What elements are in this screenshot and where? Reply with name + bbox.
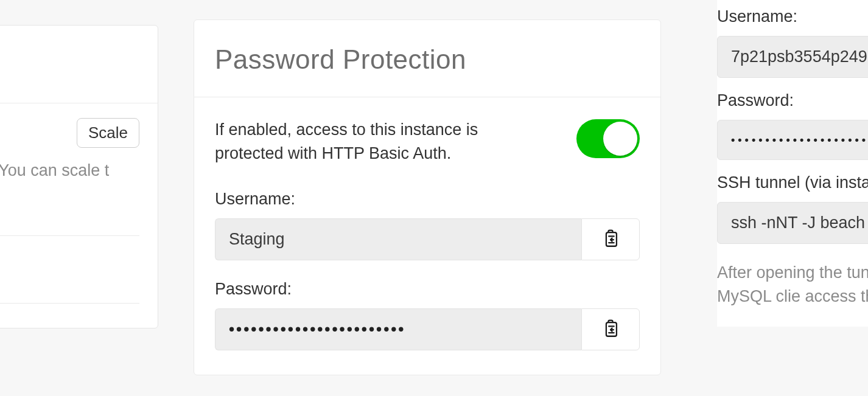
copy-username-button[interactable] bbox=[581, 218, 640, 260]
password-label: Password: bbox=[215, 280, 640, 299]
copy-password-button[interactable] bbox=[581, 308, 640, 350]
password-protection-card: Password Protection If enabled, access t… bbox=[194, 19, 661, 375]
username-label: Username: bbox=[215, 190, 640, 209]
password-protection-toggle[interactable] bbox=[576, 119, 640, 158]
right-panel: Username: 7p21psb3554p249 Password: ••••… bbox=[717, 0, 868, 327]
left-description: run in parallel to bility. You can scale… bbox=[0, 159, 139, 206]
right-note: After opening the tunn using any MySQL c… bbox=[717, 261, 868, 308]
left-divider-2 bbox=[0, 303, 139, 304]
scale-button[interactable]: Scale bbox=[77, 118, 139, 148]
left-panel: Scale run in parallel to bility. You can… bbox=[0, 25, 158, 328]
clipboard-icon bbox=[600, 228, 621, 251]
right-password-value: •••••••••••••••••••• bbox=[717, 120, 868, 160]
ssh-tunnel-value: ssh -nNT -J beach bbox=[717, 202, 868, 244]
left-divider bbox=[0, 235, 139, 236]
right-username-value: 7p21psb3554p249 bbox=[717, 36, 868, 78]
toggle-knob bbox=[603, 122, 637, 156]
right-username-label: Username: bbox=[717, 7, 868, 26]
card-title: Password Protection bbox=[215, 44, 640, 75]
password-value: •••••••••••••••••••••••• bbox=[215, 308, 581, 350]
right-password-label: Password: bbox=[717, 91, 868, 110]
username-value: Staging bbox=[215, 218, 581, 260]
toggle-description: If enabled, access to this instance is p… bbox=[215, 118, 531, 165]
left-top-section bbox=[0, 26, 158, 103]
ssh-tunnel-label: SSH tunnel (via instan bbox=[717, 173, 868, 192]
clipboard-icon bbox=[600, 318, 621, 341]
